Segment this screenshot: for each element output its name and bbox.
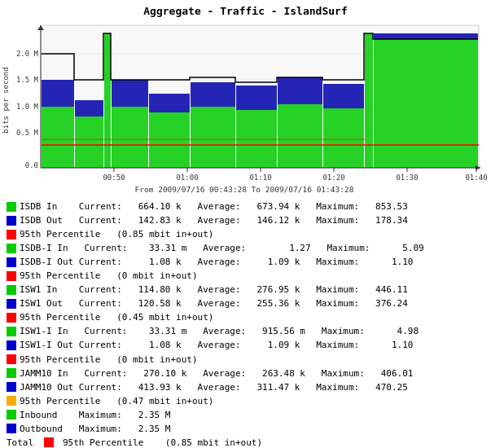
svg-rect-29 xyxy=(374,39,478,168)
svg-rect-15 xyxy=(104,33,111,168)
legend-isdbi-out: ISDB-I Out Current: 1.08 k Average: 1.09… xyxy=(7,255,484,269)
svg-rect-17 xyxy=(112,80,148,107)
inbound-color xyxy=(7,410,16,419)
legend-area: ISDB In Current: 664.10 k Average: 673.9… xyxy=(0,198,491,448)
svg-text:00:50: 00:50 xyxy=(103,173,125,182)
svg-text:01:10: 01:10 xyxy=(249,173,271,182)
isdb-95th-color xyxy=(7,230,16,239)
chart-area: bits per second 2.0 M 1.5 M 1.0 M 0.5 M … xyxy=(0,19,491,198)
svg-rect-20 xyxy=(191,107,235,168)
svg-rect-30 xyxy=(374,33,478,39)
isdbi-in-color xyxy=(7,244,16,253)
legend-jamm10-out: JAMM10 Out Current: 413.93 k Average: 31… xyxy=(7,380,484,394)
legend-total: Total 95th Percentile (0.85 mbit in+out) xyxy=(7,436,484,448)
svg-text:2.0 M: 2.0 M xyxy=(16,50,39,58)
svg-rect-18 xyxy=(149,112,190,168)
svg-text:01:40: 01:40 xyxy=(465,173,487,182)
svg-text:0.5 M: 0.5 M xyxy=(16,129,39,137)
isw1i-in-color xyxy=(7,327,16,336)
jamm10-out-color xyxy=(7,382,16,392)
legend-isdbi-in: ISDB-I In Current: 33.31 m Average: 1.27… xyxy=(7,241,484,255)
svg-rect-24 xyxy=(278,104,322,168)
total-95th-color xyxy=(44,437,54,447)
svg-text:1.0 M: 1.0 M xyxy=(16,103,39,111)
svg-rect-27 xyxy=(323,84,364,108)
page-title: Aggregate - Traffic - IslandSurf xyxy=(0,0,491,19)
svg-rect-26 xyxy=(323,108,364,168)
legend-isw1-in: ISW1 In Current: 114.80 k Average: 276.9… xyxy=(7,283,484,296)
jamm10-in-color xyxy=(7,368,16,378)
legend-isdb-in: ISDB In Current: 664.10 k Average: 673.9… xyxy=(7,200,484,213)
page: Aggregate - Traffic - IslandSurf bits pe… xyxy=(0,0,491,448)
isdbi-95th-color xyxy=(7,271,16,281)
isdb-out-color xyxy=(7,216,16,226)
svg-text:01:20: 01:20 xyxy=(322,173,344,182)
svg-rect-13 xyxy=(75,116,103,168)
svg-rect-14 xyxy=(75,100,103,116)
svg-rect-25 xyxy=(278,77,322,104)
svg-rect-16 xyxy=(112,107,148,168)
svg-rect-19 xyxy=(149,94,190,112)
svg-text:01:00: 01:00 xyxy=(176,173,198,182)
isw1i-out-color xyxy=(7,340,16,350)
legend-jamm10-in: JAMM10 In Current: 270.10 k Average: 263… xyxy=(7,367,484,380)
svg-text:1.5 M: 1.5 M xyxy=(16,76,39,84)
legend-isw1-95th: 95th Percentile (0.45 mbit in+out) xyxy=(7,310,484,324)
legend-jamm10-95th: 95th Percentile (0.47 mbit in+out) xyxy=(7,394,484,408)
svg-rect-21 xyxy=(191,82,235,107)
date-range-label: From 2009/07/16 00:43:28 To 2009/07/16 0… xyxy=(135,185,354,194)
legend-isw1i-in: ISW1-I In Current: 33.31 m Average: 915.… xyxy=(7,324,484,338)
legend-isdb-95th: 95th Percentile (0.85 mbit in+out) xyxy=(7,227,484,241)
svg-rect-28 xyxy=(365,33,373,168)
legend-isw1i-out: ISW1-I Out Current: 1.08 k Average: 1.09… xyxy=(7,338,484,352)
isw1-in-color xyxy=(7,285,16,295)
isw1-out-color xyxy=(7,299,16,309)
legend-isw1-out: ISW1 Out Current: 120.58 k Average: 255.… xyxy=(7,296,484,310)
svg-rect-12 xyxy=(42,80,74,107)
svg-text:0.0: 0.0 xyxy=(25,161,38,169)
legend-isw1i-95th: 95th Percentile (0 mbit in+out) xyxy=(7,353,484,367)
legend-isdb-out: ISDB Out Current: 142.83 k Average: 146.… xyxy=(7,213,484,227)
legend-inbound: Inbound Maximum: 2.35 M xyxy=(7,408,484,422)
svg-rect-23 xyxy=(236,86,277,110)
legend-outbound: Outbound Maximum: 2.35 M xyxy=(7,422,484,436)
y-axis-label: bits per second xyxy=(2,67,10,133)
isw1-95th-color xyxy=(7,313,16,323)
isdb-in-color xyxy=(7,202,16,212)
isw1i-95th-color xyxy=(7,354,16,364)
svg-text:01:30: 01:30 xyxy=(396,173,418,182)
isdbi-out-color xyxy=(7,257,16,267)
svg-rect-11 xyxy=(42,107,74,168)
jamm10-95th-color xyxy=(7,396,16,406)
legend-isdbi-95th: 95th Percentile (0 mbit in+out) xyxy=(7,269,484,283)
outbound-color xyxy=(7,424,16,433)
chart-svg: bits per second 2.0 M 1.5 M 1.0 M 0.5 M … xyxy=(0,19,491,198)
